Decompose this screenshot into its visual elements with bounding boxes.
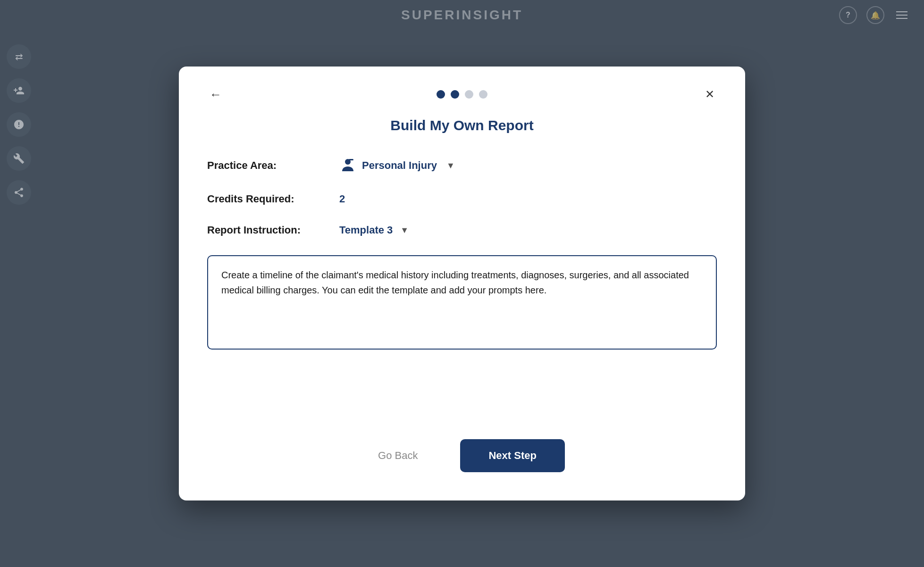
credits-value: 2: [339, 193, 345, 205]
svg-rect-1: [349, 159, 353, 160]
step-dot-1: [437, 90, 445, 99]
credits-row: Credits Required: 2: [207, 193, 717, 205]
close-button[interactable]: ✕: [703, 85, 717, 103]
step-dot-2: [451, 90, 459, 99]
next-step-button[interactable]: Next Step: [460, 439, 564, 472]
step-dot-4: [479, 90, 487, 99]
step-dot-3: [465, 90, 473, 99]
go-back-button[interactable]: Go Back: [359, 441, 437, 470]
practice-area-chevron-icon: ▼: [446, 161, 455, 171]
practice-area-label: Practice Area:: [207, 159, 339, 172]
modal-container: ← ✕ Build My Own Report Practice Area: P…: [179, 67, 745, 500]
practice-area-dropdown[interactable]: Personal Injury ▼: [339, 157, 455, 174]
modal-footer: Go Back Next Step: [207, 430, 717, 472]
step-dots: [437, 90, 487, 99]
report-instruction-label: Report Instruction:: [207, 224, 339, 236]
template-dropdown[interactable]: Template 3 ▼: [339, 224, 409, 236]
instruction-textarea[interactable]: Create a timeline of the claimant's medi…: [207, 255, 717, 350]
personal-injury-icon: [339, 157, 356, 174]
modal-header: ← ✕: [207, 90, 717, 99]
template-value: Template 3: [339, 224, 393, 236]
modal-backdrop: ← ✕ Build My Own Report Practice Area: P…: [0, 0, 924, 567]
credits-label: Credits Required:: [207, 193, 339, 205]
back-button[interactable]: ←: [207, 85, 224, 104]
practice-area-value: Personal Injury: [362, 159, 437, 172]
template-chevron-icon: ▼: [400, 225, 409, 235]
report-instruction-row: Report Instruction: Template 3 ▼: [207, 224, 717, 236]
modal-title: Build My Own Report: [207, 117, 717, 133]
practice-area-row: Practice Area: Personal Injury ▼: [207, 157, 717, 174]
